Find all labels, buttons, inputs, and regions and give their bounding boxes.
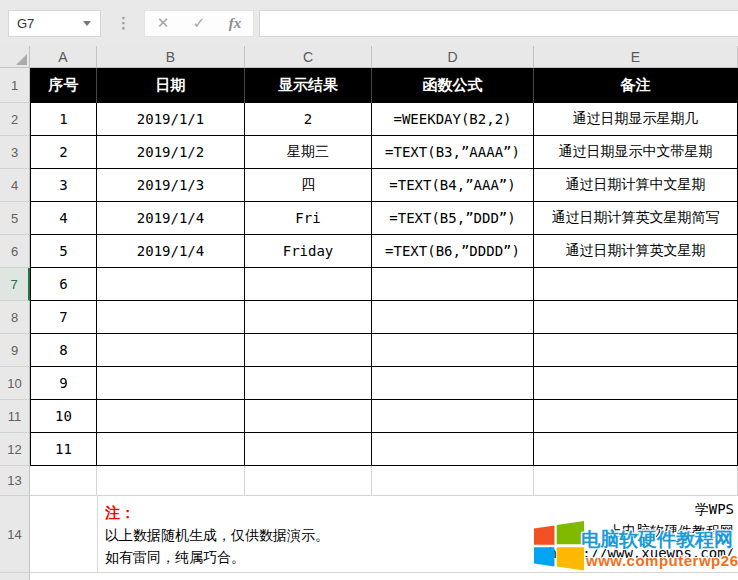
table-cell[interactable]: 9 [30, 367, 97, 400]
table-cell[interactable] [245, 334, 372, 367]
table-cell[interactable]: 通过日期计算中文星期 [534, 169, 738, 202]
formula-bar-input[interactable] [259, 10, 738, 37]
chevron-down-icon[interactable] [83, 21, 91, 26]
table-cell[interactable]: 2019/1/3 [97, 169, 245, 202]
table-cell[interactable]: 10 [30, 400, 97, 433]
spreadsheet-app: G7 ⋮ ✕ ✓ fx A B C D E 1 2 3 4 5 6 7 8 9 … [0, 0, 738, 580]
table-cell[interactable] [245, 367, 372, 400]
table-cell[interactable]: 四 [245, 169, 372, 202]
table-cell[interactable] [97, 433, 245, 466]
table-cell[interactable]: =TEXT(B6,”DDDD”) [372, 235, 534, 268]
table-cell[interactable] [372, 334, 534, 367]
table-cell[interactable]: 8 [30, 334, 97, 367]
row-header-13[interactable]: 13 [0, 466, 30, 496]
table-cell[interactable] [245, 466, 372, 496]
row-header-11[interactable]: 11 [0, 400, 30, 433]
table-cell[interactable] [245, 301, 372, 334]
table-row: 4 2019/1/4 Fri =TEXT(B5,”DDD”) 通过日期计算英文星… [30, 202, 738, 235]
row-header-10[interactable]: 10 [0, 367, 30, 400]
table-row: 2 2019/1/2 星期三 =TEXT(B3,”AAAA”) 通过日期显示中文… [30, 136, 738, 169]
row-header-2[interactable]: 2 [0, 103, 30, 136]
table-cell[interactable]: 2 [30, 136, 97, 169]
table-cell[interactable] [534, 400, 738, 433]
table-cell[interactable] [97, 466, 245, 496]
table-cell[interactable] [97, 334, 245, 367]
table-cell[interactable]: 星期三 [245, 136, 372, 169]
table-cell[interactable] [372, 433, 534, 466]
table-row: 5 2019/1/4 Friday =TEXT(B6,”DDDD”) 通过日期计… [30, 235, 738, 268]
table-cell[interactable]: 通过日期计算英文星期简写 [534, 202, 738, 235]
table-cell[interactable] [245, 400, 372, 433]
more-icon: ⋮ [116, 14, 131, 32]
table-cell[interactable]: Fri [245, 202, 372, 235]
row-header-1[interactable]: 1 [0, 68, 30, 103]
table-cell[interactable] [97, 268, 245, 301]
confirm-icon[interactable]: ✓ [181, 14, 217, 32]
table-cell[interactable]: Friday [245, 235, 372, 268]
table-cell[interactable] [372, 301, 534, 334]
row-header-9[interactable]: 9 [0, 334, 30, 367]
row-header-12[interactable]: 12 [0, 433, 30, 466]
table-cell[interactable] [534, 334, 738, 367]
table-cell[interactable] [245, 268, 372, 301]
table-cell[interactable] [372, 367, 534, 400]
row-header-3[interactable]: 3 [0, 136, 30, 169]
table-header-cell[interactable]: 备注 [534, 68, 738, 103]
row-header-4[interactable]: 4 [0, 169, 30, 202]
table-cell[interactable]: 2019/1/4 [97, 202, 245, 235]
table-cell[interactable]: =TEXT(B5,”DDD”) [372, 202, 534, 235]
table-cell[interactable] [372, 268, 534, 301]
cancel-icon[interactable]: ✕ [145, 14, 181, 32]
table-cell[interactable] [534, 268, 738, 301]
table-cell[interactable] [97, 301, 245, 334]
table-cell[interactable] [97, 367, 245, 400]
row-header-5[interactable]: 5 [0, 202, 30, 235]
table-header-cell[interactable]: 序号 [30, 68, 97, 103]
table-cell[interactable]: =WEEKDAY(B2,2) [372, 103, 534, 136]
table-cell[interactable] [245, 433, 372, 466]
table-cell[interactable] [534, 367, 738, 400]
table-cell[interactable]: 2019/1/1 [97, 103, 245, 136]
table-header-cell[interactable]: 函数公式 [372, 68, 534, 103]
table-cell[interactable] [372, 400, 534, 433]
table-cell[interactable]: 11 [30, 433, 97, 466]
table-cell[interactable]: 4 [30, 202, 97, 235]
table-header-cell[interactable]: 日期 [97, 68, 245, 103]
table-cell[interactable] [97, 400, 245, 433]
table-cell[interactable]: 2 [245, 103, 372, 136]
table-header-cell[interactable]: 显示结果 [245, 68, 372, 103]
select-all-button[interactable] [0, 46, 30, 68]
table-cell[interactable] [534, 301, 738, 334]
table-cell[interactable] [534, 433, 738, 466]
table-row: 8 [30, 334, 738, 367]
table-cell[interactable] [30, 466, 97, 496]
name-box[interactable]: G7 [8, 10, 101, 37]
table-cell[interactable]: =TEXT(B4,”AAA”) [372, 169, 534, 202]
note-line: 如有雷同，纯属巧合。 [105, 546, 329, 568]
table-cell[interactable]: 2019/1/2 [97, 136, 245, 169]
row-header-7-selected[interactable]: 7 [0, 268, 30, 301]
row-header-15-partial[interactable] [0, 573, 30, 580]
column-header-a[interactable]: A [30, 46, 97, 68]
row-header-14[interactable]: 14 [0, 496, 30, 573]
column-header-b[interactable]: B [97, 46, 245, 68]
table-cell[interactable]: 5 [30, 235, 97, 268]
row-header-6[interactable]: 6 [0, 235, 30, 268]
table-cell[interactable]: 6 [30, 268, 97, 301]
table-cell[interactable]: 通过日期显示中文带星期 [534, 136, 738, 169]
table-cell[interactable]: 2019/1/4 [97, 235, 245, 268]
table-cell[interactable]: 通过日期显示星期几 [534, 103, 738, 136]
column-header-e[interactable]: E [534, 46, 738, 68]
insert-function-icon[interactable]: fx [217, 15, 253, 32]
column-header-c[interactable]: C [245, 46, 372, 68]
table-cell[interactable]: 3 [30, 169, 97, 202]
row-header-8[interactable]: 8 [0, 301, 30, 334]
table-cell[interactable] [534, 466, 738, 496]
note-row-14[interactable]: 注： 以上数据随机生成，仅供数据演示。 如有雷同，纯属巧合。 学WPS 上电脑软… [30, 496, 738, 573]
table-cell[interactable]: =TEXT(B3,”AAAA”) [372, 136, 534, 169]
column-header-d[interactable]: D [372, 46, 534, 68]
table-cell[interactable] [372, 466, 534, 496]
table-cell[interactable]: 7 [30, 301, 97, 334]
table-cell[interactable]: 1 [30, 103, 97, 136]
table-cell[interactable]: 通过日期计算英文星期 [534, 235, 738, 268]
